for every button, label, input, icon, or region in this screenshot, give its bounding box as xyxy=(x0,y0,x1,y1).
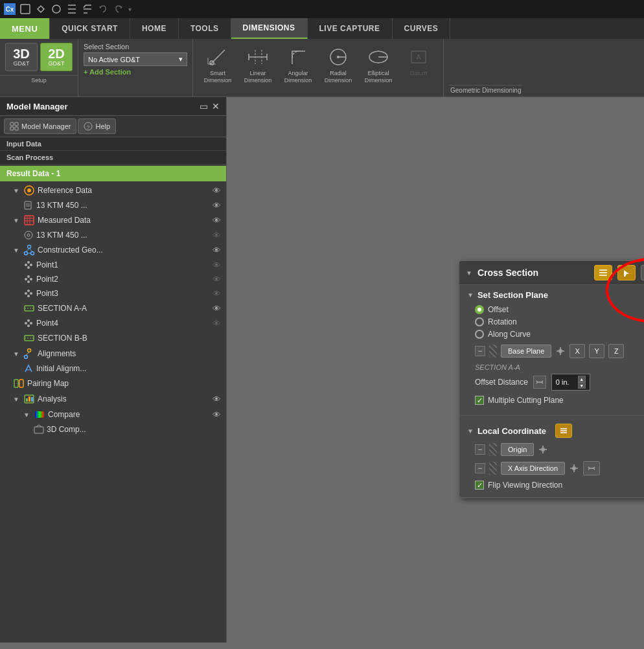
measured-child-visibility[interactable]: 👁 xyxy=(213,231,221,240)
x-axis-button[interactable]: X xyxy=(569,344,585,358)
3d-gdt-button[interactable]: 3D GD&T xyxy=(5,43,38,71)
flip-viewing-checkbox[interactable]: ✓ xyxy=(475,481,484,490)
origin-minus-button[interactable]: − xyxy=(475,444,485,455)
point1-label: Point1 xyxy=(36,260,210,269)
linear-dimension-button[interactable]: Linear Dimension xyxy=(238,41,277,94)
lc-settings-button[interactable] xyxy=(555,424,572,438)
base-plane-button[interactable]: Base Plane xyxy=(501,345,551,358)
radial-dimension-button[interactable]: RadialDimension xyxy=(319,41,358,94)
multiple-cutting-checkbox[interactable]: ✓ xyxy=(475,396,484,405)
linear-dimension-label: Linear Dimension xyxy=(240,70,276,84)
angular-dimension-button[interactable]: AngularDimension xyxy=(279,41,317,94)
toolbar-icon-undo[interactable] xyxy=(97,3,109,15)
offset-spin-down[interactable]: ▼ xyxy=(578,382,586,389)
origin-button[interactable]: Origin xyxy=(501,443,534,456)
offset-value-input[interactable]: 0 in. ▲ ▼ xyxy=(551,374,590,391)
help-nav-button[interactable]: ? Help xyxy=(78,119,116,134)
section-dropdown[interactable]: No Active GD&T ▾ xyxy=(84,52,187,66)
analysis-visibility[interactable]: 👁 xyxy=(213,394,221,404)
tab-home[interactable]: HOME xyxy=(130,18,179,39)
offset-label: Offset xyxy=(488,305,509,314)
tree-item-alignments[interactable]: ▼ Alignments xyxy=(0,346,226,361)
reference-child-visibility[interactable]: 👁 xyxy=(213,201,221,211)
tree-arrow-compare: ▼ xyxy=(23,411,31,418)
reference-data-visibility[interactable]: 👁 xyxy=(213,186,221,196)
offset-radio[interactable]: Offset xyxy=(475,305,644,314)
tree-item-section-aa[interactable]: SECTION A-A 👁 xyxy=(0,301,226,316)
point4-icon xyxy=(23,318,34,328)
point3-visibility[interactable]: 👁 xyxy=(213,289,221,299)
smart-dimension-button[interactable]: SmartDimension xyxy=(198,41,237,94)
cross-section-pin-button[interactable] xyxy=(617,265,636,280)
tab-curves[interactable]: CURVES xyxy=(393,18,451,39)
constructed-geo-visibility[interactable]: 👁 xyxy=(213,245,221,255)
y-axis-button[interactable]: Y xyxy=(589,344,604,358)
tree-item-3d-comp[interactable]: 3D Comp... xyxy=(0,422,226,437)
tab-quickstart[interactable]: QUICK START xyxy=(50,18,130,39)
svg-rect-21 xyxy=(15,127,18,130)
cross-section-collapse-arrow[interactable]: ▼ xyxy=(466,269,472,277)
datum-button[interactable]: A Datum xyxy=(399,41,438,94)
section-aa-visibility[interactable]: 👁 xyxy=(213,304,221,313)
alignments-icon xyxy=(23,348,35,359)
tab-tools[interactable]: TOOLS xyxy=(179,18,231,39)
set-section-plane-title: Set Section Plane xyxy=(477,290,548,300)
tree-item-point4[interactable]: Point4 👁 xyxy=(0,316,226,330)
along-curve-radio[interactable]: Along Curve xyxy=(475,330,644,339)
tree-item-pairing-map[interactable]: Pairing Map xyxy=(0,376,226,391)
origin-row: − Origin xyxy=(475,443,644,456)
xaxis-pattern xyxy=(489,462,497,475)
set-section-arrow: ▼ xyxy=(467,291,474,299)
svg-rect-19 xyxy=(15,122,18,126)
cross-section-list-button[interactable] xyxy=(594,265,612,280)
tab-livecapture[interactable]: LIVE CAPTURE xyxy=(308,18,393,39)
tree-item-reference-data[interactable]: ▼ Reference Data 👁 xyxy=(0,183,226,198)
elliptical-dimension-button[interactable]: EllipticalDimension xyxy=(359,41,398,94)
measured-data-visibility[interactable]: 👁 xyxy=(213,216,221,225)
lc-settings-icon xyxy=(559,426,568,435)
tree-item-measured-child[interactable]: 13 KTM 450 ... 👁 xyxy=(0,228,226,242)
compare-visibility[interactable]: 👁 xyxy=(213,410,221,420)
compare-icon xyxy=(34,409,45,420)
model-manager-nav-button[interactable]: Model Manager xyxy=(4,119,76,134)
point1-visibility[interactable]: 👁 xyxy=(213,260,221,270)
toolbar-icon-redo[interactable] xyxy=(113,3,124,15)
svg-point-56 xyxy=(25,322,27,324)
add-section-button[interactable]: + Add Section xyxy=(84,68,187,76)
xaxis-extra-button[interactable] xyxy=(583,461,600,475)
rotation-radio[interactable]: Rotation xyxy=(475,317,644,326)
x-axis-direction-button[interactable]: X Axis Direction xyxy=(501,462,565,475)
svg-point-47 xyxy=(27,275,30,278)
svg-rect-54 xyxy=(25,306,34,311)
point4-visibility[interactable]: 👁 xyxy=(213,319,221,328)
multiple-cutting-label: Multiple Cutting Plane xyxy=(488,396,564,405)
tree-item-point3[interactable]: Point3 👁 xyxy=(0,286,226,301)
tab-menu[interactable]: MENU xyxy=(0,18,50,39)
tree-item-compare[interactable]: ▼ Compare 👁 xyxy=(0,407,226,422)
tree-item-measured-data[interactable]: ▼ Measured Data 👁 xyxy=(0,212,226,228)
svg-rect-70 xyxy=(26,398,28,402)
xaxis-minus-button[interactable]: − xyxy=(475,463,485,473)
offset-arrows-button[interactable] xyxy=(533,376,546,389)
tree-item-initial-align[interactable]: Initial Alignm... xyxy=(0,361,226,376)
tree-item-section-bb[interactable]: SECTION B-B xyxy=(0,330,226,346)
point2-visibility[interactable]: 👁 xyxy=(213,275,221,284)
z-axis-button[interactable]: Z xyxy=(608,344,624,358)
tree-item-point2[interactable]: Point2 👁 xyxy=(0,272,226,286)
tree-item-constructed-geo[interactable]: ▼ Constructed Geo... 👁 xyxy=(0,242,226,258)
tab-dimensions[interactable]: DIMENSIONS xyxy=(231,18,308,39)
cross-section-close-button[interactable]: ✕ xyxy=(641,265,644,280)
plane-minus-button[interactable]: − xyxy=(475,346,485,356)
reference-data-icon xyxy=(23,185,35,196)
tree-item-reference-child[interactable]: 13 KTM 450 ... 👁 xyxy=(0,198,226,212)
tree-item-point1[interactable]: Point1 👁 xyxy=(0,258,226,272)
minimize-panel-button[interactable]: ▭ xyxy=(200,101,208,111)
ribbon-row: 3D GD&T 2D GD&T Setup Select Section No … xyxy=(0,39,644,97)
close-panel-button[interactable]: ✕ xyxy=(212,101,220,111)
2d-gdt-button[interactable]: 2D GD&T xyxy=(40,43,73,71)
offset-spinner[interactable]: ▲ ▼ xyxy=(578,376,586,389)
constructed-geo-icon xyxy=(23,244,35,256)
section-name-display: SECTION A-A xyxy=(475,363,644,371)
tree-item-analysis[interactable]: ▼ Analysis 👁 xyxy=(0,391,226,407)
offset-spin-up[interactable]: ▲ xyxy=(578,376,586,382)
